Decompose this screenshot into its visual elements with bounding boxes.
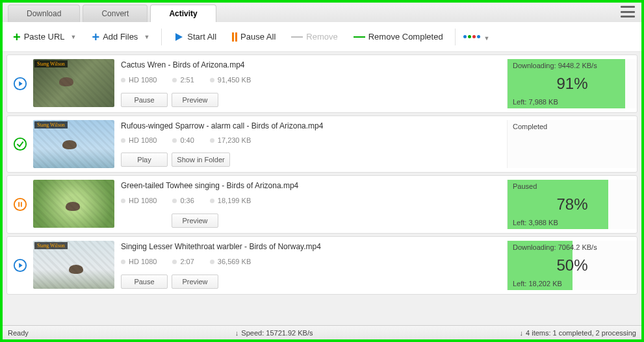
item-actions: Preview (121, 214, 507, 228)
status-percent: 91% (508, 72, 637, 95)
remove-completed-button[interactable]: Remove Completed (350, 29, 447, 44)
item-duration: 2:51 (172, 76, 194, 84)
bullet-icon (210, 138, 214, 143)
toolbar: + Paste URL ▼ + Add Files ▼ Start All Pa… (3, 22, 641, 52)
status-bar: Ready ↓ Speed: 15721.92 KB/s ↓ 4 items: … (3, 325, 641, 339)
titlebar: Download Convert Activity (3, 3, 641, 22)
separator (455, 29, 456, 45)
item-status-panel: Downloading: 7064.2 KB/s50%Left: 18,202 … (507, 241, 637, 290)
item-status-panel: Downloading: 9448.2 KB/s91%Left: 7,988 K… (507, 59, 637, 108)
bullet-icon (121, 78, 125, 82)
dot-icon (477, 35, 480, 38)
status-speed: ↓ Speed: 15721.92 KB/s (29, 329, 520, 337)
play-status-icon (7, 59, 33, 108)
item-actions: PausePreview (121, 275, 507, 289)
thumbnail (33, 180, 114, 228)
svg-rect-6 (21, 202, 22, 206)
paste-url-label: Paste URL (24, 32, 65, 42)
item-size: 91,450 KB (210, 76, 251, 84)
tab-activity[interactable]: Activity (150, 5, 216, 22)
item-quality: HD 1080 (121, 258, 157, 265)
paused-status-icon (7, 180, 33, 229)
bullet-icon (210, 260, 214, 264)
download-arrow-icon: ↓ (235, 329, 239, 337)
list-item[interactable]: Stang WilsonSinging Lesser Whitethroat w… (6, 236, 638, 295)
item-body: Cactus Wren - Birds of Arizona.mp4HD 108… (121, 59, 507, 108)
chevron-down-icon[interactable]: ▼ (71, 34, 77, 40)
svg-point-4 (14, 199, 26, 210)
status-heading: Downloading: 9448.2 KB/s (508, 59, 637, 72)
separator (161, 29, 162, 45)
thumbnail-watermark: Stang Wilson (34, 242, 68, 249)
status-heading: Completed (508, 120, 637, 133)
item-quality: HD 1080 (121, 197, 157, 204)
svg-rect-5 (18, 202, 19, 206)
item-title: Rufous-winged Sparrow - alarm call - Bir… (121, 121, 507, 130)
svg-point-3 (14, 138, 26, 150)
item-actions: PausePreview (121, 93, 507, 107)
item-actions: PlayShow in Folder (121, 153, 507, 167)
app-window: Download Convert Activity + Paste URL ▼ … (0, 0, 644, 342)
list-item[interactable]: Stang WilsonCactus Wren - Birds of Arizo… (6, 55, 638, 113)
remove-button: Remove (287, 29, 341, 44)
chevron-down-icon: ▼ (484, 35, 487, 38)
bullet-icon (172, 78, 177, 82)
download-list: Stang WilsonCactus Wren - Birds of Arizo… (3, 52, 641, 325)
item-title: Green-tailed Towhee singing - Birds of A… (121, 181, 507, 190)
tab-convert[interactable]: Convert (83, 5, 148, 22)
completed-status-icon (7, 120, 33, 168)
item-metadata: HD 10802:0736,569 KB (121, 258, 507, 265)
thumbnail: Stang Wilson (33, 120, 114, 168)
play-icon (174, 32, 184, 42)
pause-button[interactable]: Pause (121, 275, 168, 289)
play-button[interactable]: Play (121, 153, 168, 167)
list-item[interactable]: Stang WilsonRufous-winged Sparrow - alar… (6, 116, 638, 173)
pause-all-button[interactable]: Pause All (228, 29, 279, 44)
svg-marker-8 (19, 263, 23, 267)
item-title: Singing Lesser Whitethroat warbler - Bir… (121, 242, 507, 251)
start-all-label: Start All (187, 32, 216, 42)
thumbnail: Stang Wilson (33, 241, 114, 289)
plus-icon: + (92, 31, 99, 43)
add-files-button[interactable]: + Add Files ▼ (88, 28, 153, 46)
status-remaining: Left: 7,988 KB (508, 95, 637, 108)
preview-button[interactable]: Preview (172, 275, 218, 289)
bullet-icon (172, 260, 177, 264)
bullet-icon (172, 138, 177, 143)
item-body: Rufous-winged Sparrow - alarm call - Bir… (121, 120, 507, 168)
status-summary: ↓ 4 items: 1 completed, 2 processing (520, 329, 636, 337)
chevron-down-icon[interactable]: ▼ (144, 34, 149, 40)
pause-all-label: Pause All (240, 32, 276, 42)
download-arrow-icon: ↓ (520, 329, 524, 337)
paste-url-button[interactable]: + Paste URL ▼ (9, 28, 80, 46)
item-duration: 2:07 (172, 258, 194, 265)
item-metadata: HD 10800:4017,230 KB (121, 136, 507, 144)
svg-marker-2 (19, 81, 23, 86)
item-size: 36,569 KB (210, 258, 251, 265)
svg-marker-0 (175, 33, 183, 41)
add-files-label: Add Files (103, 32, 138, 42)
item-metadata: HD 10800:3618,199 KB (121, 197, 507, 204)
status-percent: 78% (508, 193, 637, 216)
thumbnail: Stang Wilson (33, 59, 114, 107)
start-all-button[interactable]: Start All (170, 29, 220, 45)
item-body: Singing Lesser Whitethroat warbler - Bir… (121, 241, 507, 290)
dot-icon (468, 35, 471, 38)
item-duration: 0:36 (172, 197, 194, 204)
status-heading: Downloading: 7064.2 KB/s (508, 241, 637, 254)
item-size: 18,199 KB (210, 197, 251, 204)
bullet-icon (172, 199, 177, 203)
menu-icon[interactable] (621, 6, 635, 18)
show-in-folder-button[interactable]: Show in Folder (172, 153, 230, 167)
thumbnail-watermark: Stang Wilson (34, 121, 68, 128)
bullet-icon (210, 78, 214, 82)
pause-button[interactable]: Pause (121, 93, 168, 107)
more-options-button[interactable]: ▼ (463, 35, 487, 38)
minus-icon (291, 36, 303, 38)
remove-completed-label: Remove Completed (368, 32, 443, 42)
tab-download[interactable]: Download (8, 5, 80, 22)
plus-icon: + (13, 31, 21, 43)
preview-button[interactable]: Preview (172, 93, 218, 107)
list-item[interactable]: Green-tailed Towhee singing - Birds of A… (6, 175, 638, 234)
preview-button[interactable]: Preview (172, 214, 218, 228)
